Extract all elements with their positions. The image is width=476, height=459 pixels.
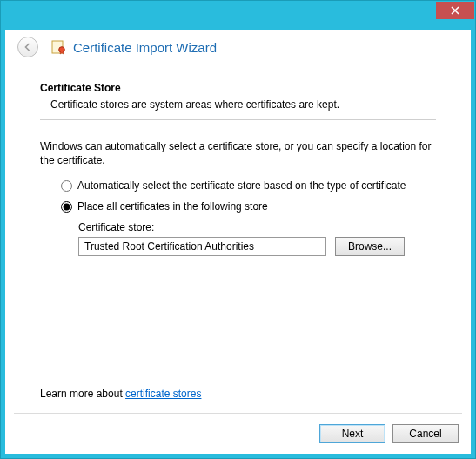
back-arrow-icon <box>23 42 33 52</box>
store-option-group: Automatically select the certificate sto… <box>61 179 436 256</box>
store-input[interactable] <box>78 237 326 256</box>
wizard-title: Certificate Import Wizard <box>73 40 217 55</box>
wizard-content: Certificate Store Certificate stores are… <box>5 66 471 265</box>
browse-button[interactable]: Browse... <box>335 237 405 256</box>
cancel-button[interactable]: Cancel <box>392 424 459 443</box>
store-field-label: Certificate store: <box>78 221 436 233</box>
section-description: Windows can automatically select a certi… <box>40 139 436 167</box>
close-icon <box>451 6 459 15</box>
footer-separator <box>14 413 462 414</box>
certificate-icon <box>50 39 66 55</box>
auto-select-label[interactable]: Automatically select the certificate sto… <box>77 179 406 192</box>
wizard-footer: Next Cancel <box>319 424 459 443</box>
close-button[interactable] <box>436 2 474 19</box>
learn-more-prefix: Learn more about <box>40 388 125 400</box>
place-all-label[interactable]: Place all certificates in the following … <box>77 200 268 213</box>
separator <box>40 119 436 120</box>
wizard-header: Certificate Import Wizard <box>5 30 471 66</box>
next-button[interactable]: Next <box>319 424 385 443</box>
section-title: Certificate Store <box>40 82 436 94</box>
place-all-radio[interactable] <box>61 201 72 213</box>
section-subtitle: Certificate stores are system areas wher… <box>50 98 436 111</box>
learn-more-link[interactable]: certificate stores <box>125 388 201 400</box>
back-button[interactable] <box>17 37 38 57</box>
learn-more: Learn more about certificate stores <box>40 388 201 400</box>
auto-select-radio[interactable] <box>61 180 72 192</box>
store-subgroup: Certificate store: Browse... <box>78 221 436 256</box>
wizard-window: Certificate Import Wizard Certificate St… <box>5 30 471 454</box>
